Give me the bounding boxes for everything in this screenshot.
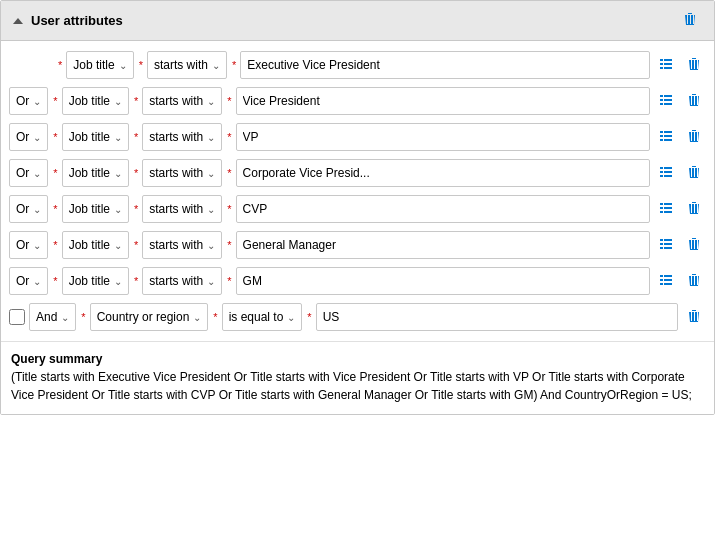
value-input[interactable] — [240, 51, 650, 79]
rows-container: * Job title ⌄ * starts with ⌄ * Or ⌄ * J… — [1, 41, 714, 341]
operator-req: * — [134, 131, 138, 143]
operator-select[interactable]: starts with ⌄ — [142, 159, 222, 187]
operator-caret: ⌄ — [207, 276, 215, 287]
field-select[interactable]: Job title ⌄ — [62, 195, 129, 223]
operator-req: * — [134, 275, 138, 287]
row-delete-icon[interactable] — [682, 90, 706, 113]
svg-rect-18 — [660, 167, 663, 169]
list-icon[interactable] — [654, 90, 678, 113]
field-label: Job title — [69, 166, 110, 180]
last-prefix-label: And — [36, 310, 57, 324]
prefix-select[interactable]: Or ⌄ — [9, 87, 48, 115]
svg-rect-14 — [660, 135, 663, 137]
last-prefix-select[interactable]: And ⌄ — [29, 303, 76, 331]
operator-caret: ⌄ — [207, 168, 215, 179]
operator-caret: ⌄ — [212, 60, 220, 71]
field-select[interactable]: Job title ⌄ — [62, 267, 129, 295]
field-label: Job title — [69, 202, 110, 216]
operator-select[interactable]: starts with ⌄ — [142, 231, 222, 259]
operator-req: * — [139, 59, 143, 71]
list-icon[interactable] — [654, 54, 678, 77]
prefix-select[interactable]: Or ⌄ — [9, 195, 48, 223]
last-operator-select[interactable]: is equal to ⌄ — [222, 303, 303, 331]
section-header: User attributes — [1, 1, 714, 41]
last-field-label: Country or region — [97, 310, 190, 324]
value-input[interactable] — [236, 87, 650, 115]
row-delete-icon[interactable] — [682, 198, 706, 221]
trash-svg-row — [686, 164, 702, 180]
row-delete-icon[interactable] — [682, 270, 706, 293]
prefix-caret: ⌄ — [33, 204, 41, 215]
operator-select[interactable]: starts with ⌄ — [147, 51, 227, 79]
collapse-icon[interactable] — [13, 18, 23, 24]
list-svg — [658, 128, 674, 144]
value-input[interactable] — [236, 123, 650, 151]
list-icon[interactable] — [654, 270, 678, 293]
svg-rect-21 — [664, 171, 672, 173]
row-delete-icon[interactable] — [682, 234, 706, 257]
prefix-select[interactable]: Or ⌄ — [9, 267, 48, 295]
list-icon[interactable] — [654, 234, 678, 257]
list-icon[interactable] — [654, 198, 678, 221]
field-req: * — [53, 239, 57, 251]
value-req: * — [227, 239, 231, 251]
filter-row: Or ⌄ * Job title ⌄ * starts with ⌄ * — [9, 119, 706, 155]
row-delete-icon[interactable] — [682, 126, 706, 149]
last-value-input[interactable] — [316, 303, 678, 331]
operator-caret: ⌄ — [207, 132, 215, 143]
prefix-caret: ⌄ — [33, 132, 41, 143]
field-select[interactable]: Job title ⌄ — [62, 123, 129, 151]
operator-select[interactable]: starts with ⌄ — [142, 87, 222, 115]
svg-rect-9 — [664, 99, 672, 101]
field-caret: ⌄ — [114, 168, 122, 179]
svg-rect-22 — [660, 175, 663, 177]
last-row-delete-icon[interactable] — [682, 306, 706, 329]
prefix-label: Or — [16, 202, 29, 216]
trash-svg-row — [686, 56, 702, 72]
last-operator-req: * — [213, 311, 217, 323]
trash-svg-row — [686, 236, 702, 252]
value-input[interactable] — [236, 195, 650, 223]
row-checkbox[interactable] — [9, 309, 25, 325]
prefix-caret: ⌄ — [33, 276, 41, 287]
prefix-select[interactable]: Or ⌄ — [9, 159, 48, 187]
value-input[interactable] — [236, 231, 650, 259]
value-input[interactable] — [236, 159, 650, 187]
list-icon[interactable] — [654, 162, 678, 185]
operator-select[interactable]: starts with ⌄ — [142, 195, 222, 223]
svg-rect-40 — [660, 283, 663, 285]
operator-select[interactable]: starts with ⌄ — [142, 267, 222, 295]
svg-rect-2 — [660, 63, 663, 65]
list-icon[interactable] — [654, 126, 678, 149]
filter-row: * Job title ⌄ * starts with ⌄ * — [9, 47, 706, 83]
prefix-select[interactable]: Or ⌄ — [9, 123, 48, 151]
prefix-select[interactable]: Or ⌄ — [9, 231, 48, 259]
svg-rect-5 — [664, 67, 672, 69]
field-select[interactable]: Job title ⌄ — [62, 159, 129, 187]
operator-req: * — [134, 203, 138, 215]
operator-label: starts with — [149, 202, 203, 216]
section-delete-icon[interactable] — [678, 9, 702, 32]
field-select[interactable]: Job title ⌄ — [62, 231, 129, 259]
svg-rect-34 — [660, 247, 663, 249]
operator-req: * — [134, 167, 138, 179]
svg-rect-36 — [660, 275, 663, 277]
list-svg — [658, 200, 674, 216]
svg-rect-37 — [664, 275, 672, 277]
filter-row: Or ⌄ * Job title ⌄ * starts with ⌄ * — [9, 191, 706, 227]
row-delete-icon[interactable] — [682, 54, 706, 77]
last-field-select[interactable]: Country or region ⌄ — [90, 303, 209, 331]
value-input[interactable] — [236, 267, 650, 295]
field-caret: ⌄ — [114, 204, 122, 215]
prefix-label: Or — [16, 238, 29, 252]
field-select[interactable]: Job title ⌄ — [62, 87, 129, 115]
prefix-caret: ⌄ — [33, 240, 41, 251]
field-select[interactable]: Job title ⌄ — [66, 51, 133, 79]
svg-rect-11 — [664, 103, 672, 105]
svg-rect-8 — [660, 99, 663, 101]
svg-rect-13 — [664, 131, 672, 133]
row-delete-icon[interactable] — [682, 162, 706, 185]
operator-select[interactable]: starts with ⌄ — [142, 123, 222, 151]
last-operator-label: is equal to — [229, 310, 284, 324]
field-caret: ⌄ — [114, 240, 122, 251]
